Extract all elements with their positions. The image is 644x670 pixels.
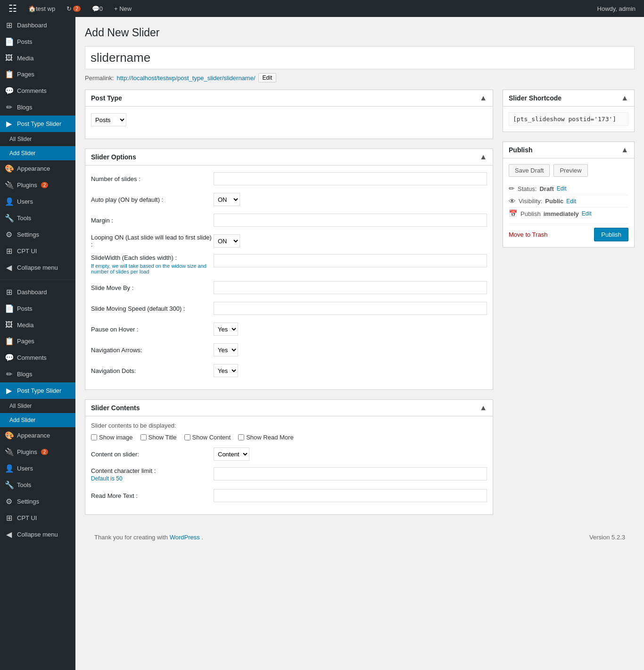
content-on-slider-select[interactable]: Content Excerpt (214, 447, 249, 461)
dashboard2-icon: ⊞ (5, 288, 13, 297)
pause-on-hover-label: Pause on Hover : (91, 326, 214, 333)
sidebar-item-dashboard2[interactable]: ⊞ Dashboard (0, 284, 75, 300)
autoplay-select[interactable]: ON OFF (214, 193, 240, 206)
sidebar-item-blogs[interactable]: ✏ Blogs (0, 99, 75, 116)
slider-options-toggle-icon[interactable]: ▲ (479, 153, 487, 161)
move-to-trash-button[interactable]: Move to Trash (509, 231, 547, 238)
new-content-bar-item[interactable]: + New (109, 0, 136, 17)
show-image-label: Show image (99, 434, 133, 441)
show-image-checkbox[interactable] (91, 434, 97, 440)
show-content-checkbox[interactable] (184, 434, 190, 440)
publish-metabox-header[interactable]: Publish ▲ (503, 142, 634, 158)
sidebar-item-appearance[interactable]: 🎨 Appearance (0, 160, 75, 177)
publish-button[interactable]: Publish (594, 228, 628, 241)
sidebar-item-settings[interactable]: ⚙ Settings (0, 226, 75, 243)
cpt-ui-icon: ⊞ (5, 247, 13, 256)
sidebar-item-settings2[interactable]: ⚙ Settings (0, 493, 75, 510)
sidebar-item-dashboard[interactable]: ⊞ Dashboard (0, 17, 75, 33)
visibility-edit-link[interactable]: Edit (566, 198, 576, 205)
permalink-url[interactable]: http://localhost/testwp/post_type_slider… (116, 74, 255, 82)
sidebar-item-cpt-ui[interactable]: ⊞ CPT UI (0, 243, 75, 259)
slider-shortcode-header[interactable]: Slider Shortcode ▲ (503, 90, 634, 107)
sidebar-item-users2[interactable]: 👤 Users (0, 460, 75, 477)
show-title-checkbox[interactable] (140, 434, 147, 440)
sidebar-item-posts[interactable]: 📄 Posts (0, 33, 75, 50)
sidebar-item-collapse-menu[interactable]: ◀ Collapse menu (0, 259, 75, 276)
post-type-select[interactable]: Posts Pages Custom (91, 113, 126, 126)
slider-shortcode-toggle-icon[interactable]: ▲ (621, 94, 628, 102)
sidebar-item-appearance2[interactable]: 🎨 Appearance (0, 427, 75, 444)
visibility-label: Visibility: (519, 198, 542, 205)
sidebar-item-label: Add Slider (9, 417, 35, 423)
sidebar-item-post-type-slider2[interactable]: ▶ Post Type Slider (0, 382, 75, 399)
margin-input[interactable] (214, 214, 487, 227)
permalink-edit-button[interactable]: Edit (258, 73, 277, 83)
slide-width-note: If empty, we will take based on the wido… (91, 263, 214, 274)
slider-shortcode-title: Slider Shortcode (509, 94, 561, 102)
show-read-more-checkbox[interactable] (238, 434, 244, 440)
nav-arrows-select[interactable]: Yes No (214, 343, 238, 356)
comments-count: 0 (99, 5, 103, 12)
sidebar-item-tools[interactable]: 🔧 Tools (0, 210, 75, 226)
sidebar-item-plugins2[interactable]: 🔌 Plugins 2 (0, 444, 75, 460)
show-content-checkbox-label[interactable]: Show Content (184, 434, 231, 441)
looping-select[interactable]: ON OFF (214, 234, 240, 248)
page-title: Add New Slider (85, 26, 635, 39)
slide-width-input[interactable] (214, 254, 487, 267)
show-read-more-checkbox-label[interactable]: Show Read More (238, 434, 293, 441)
show-title-checkbox-label[interactable]: Show Title (140, 434, 177, 441)
sidebar-item-media[interactable]: 🖼 Media (0, 50, 75, 66)
updates-bar-item[interactable]: ↻ 2 (62, 0, 85, 17)
slide-move-by-label: Slide Move By : (91, 284, 214, 291)
sidebar-item-cpt-ui2[interactable]: ⊞ CPT UI (0, 510, 75, 526)
pause-on-hover-select[interactable]: Yes No (214, 323, 238, 336)
sidebar-item-add-slider[interactable]: Add Slider (0, 146, 75, 160)
users-icon: 👤 (5, 197, 13, 206)
sidebar-item-users[interactable]: 👤 Users (0, 193, 75, 210)
sidebar-item-blogs2[interactable]: ✏ Blogs (0, 366, 75, 382)
sidebar-item-plugins[interactable]: 🔌 Plugins 2 (0, 177, 75, 193)
read-more-text-input[interactable] (214, 489, 487, 502)
save-draft-button[interactable]: Save Draft (509, 164, 550, 177)
sidebar-item-label: Settings (17, 498, 39, 505)
sidebar-item-pages2[interactable]: 📋 Pages (0, 333, 75, 349)
site-name-bar-item[interactable]: 🏠 test wp (24, 0, 60, 17)
side-column: Slider Shortcode ▲ [pts_slideshow postid… (503, 90, 635, 257)
sidebar-item-all-slider2[interactable]: All Slider (0, 399, 75, 413)
preview-button[interactable]: Preview (553, 164, 587, 177)
slider-options-metabox-header[interactable]: Slider Options ▲ (85, 149, 493, 165)
sidebar-item-comments[interactable]: 💬 Comments (0, 83, 75, 99)
content-char-limit-input[interactable] (214, 467, 487, 480)
num-slides-input[interactable] (214, 172, 487, 185)
post-type-toggle-icon[interactable]: ▲ (479, 94, 487, 102)
show-image-checkbox-label[interactable]: Show image (91, 434, 133, 441)
sidebar-item-pages[interactable]: 📋 Pages (0, 66, 75, 83)
publish-when-edit-link[interactable]: Edit (582, 210, 592, 217)
visibility-row: 👁 Visibility: Public Edit (509, 195, 628, 207)
updates-count: 2 (73, 6, 81, 12)
comments-bar-item[interactable]: 💬 0 (87, 0, 107, 17)
sidebar-item-media2[interactable]: 🖼 Media (0, 317, 75, 333)
wp-logo[interactable]: ☷ (4, 0, 22, 17)
sidebar-item-comments2[interactable]: 💬 Comments (0, 349, 75, 366)
sidebar-item-post-type-slider[interactable]: ▶ Post Type Slider (0, 116, 75, 132)
post-type-metabox-header[interactable]: Post Type ▲ (85, 90, 493, 107)
slider-contents-toggle-icon[interactable]: ▲ (479, 404, 487, 412)
post-title-input[interactable] (85, 46, 635, 69)
nav-dots-select[interactable]: Yes No (214, 364, 238, 377)
tools-icon: 🔧 (5, 214, 13, 223)
publish-toggle-icon[interactable]: ▲ (621, 146, 628, 154)
slide-move-by-input[interactable] (214, 281, 487, 294)
wordpress-link[interactable]: WordPress (170, 534, 200, 541)
publish-when-row: 📅 Publish immediately Edit (509, 207, 628, 220)
slider-contents-metabox-header[interactable]: Slider Contents ▲ (85, 400, 493, 416)
sidebar-item-posts2[interactable]: 📄 Posts (0, 300, 75, 317)
dashboard-icon: ⊞ (5, 21, 13, 30)
sidebar-item-tools2[interactable]: 🔧 Tools (0, 477, 75, 493)
sidebar-item-all-slider[interactable]: All Slider (0, 132, 75, 146)
sidebar-item-add-slider2[interactable]: Add Slider (0, 413, 75, 427)
comments-icon: 💬 (5, 86, 13, 95)
slide-moving-speed-input[interactable] (214, 302, 487, 315)
status-edit-link[interactable]: Edit (557, 185, 567, 192)
sidebar-item-collapse-menu2[interactable]: ◀ Collapse menu (0, 526, 75, 543)
